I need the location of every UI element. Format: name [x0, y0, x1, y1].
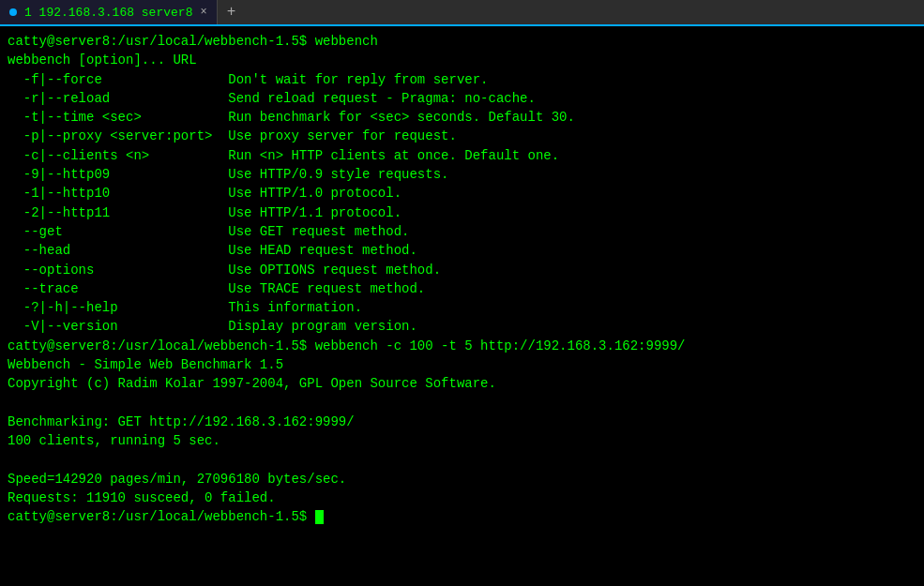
terminal-line: --trace Use TRACE request method.	[8, 279, 916, 298]
terminal-line: -c|--clients <n> Run <n> HTTP clients at…	[8, 146, 916, 165]
terminal-line: Copyright (c) Radim Kolar 1997-2004, GPL…	[8, 374, 916, 393]
terminal-line: catty@server8:/usr/local/webbench-1.5$	[8, 507, 916, 526]
terminal-line: -9|--http09 Use HTTP/0.9 style requests.	[8, 165, 916, 184]
tab-close-button[interactable]: ×	[200, 6, 206, 19]
terminal-line: -r|--reload Send reload request - Pragma…	[8, 89, 916, 108]
terminal-line: Benchmarking: GET http://192.168.3.162:9…	[8, 413, 916, 431]
terminal-line: --get Use GET request method.	[8, 222, 916, 241]
terminal-line: webbench [option]... URL	[8, 51, 916, 69]
terminal-line: -2|--http11 Use HTTP/1.1 protocol.	[8, 203, 916, 222]
terminal-line: 100 clients, running 5 sec.	[8, 431, 916, 450]
terminal-body[interactable]: catty@server8:/usr/local/webbench-1.5$ w…	[0, 26, 924, 586]
terminal-line	[8, 394, 916, 413]
terminal-line: -?|-h|--help This information.	[8, 298, 916, 317]
terminal-line	[8, 451, 916, 470]
terminal-line: -f|--force Don't wait for reply from ser…	[8, 70, 916, 89]
terminal-cursor	[315, 510, 324, 524]
terminal-line: Speed=142920 pages/min, 27096180 bytes/s…	[8, 470, 916, 488]
terminal-line: catty@server8:/usr/local/webbench-1.5$ w…	[8, 32, 916, 51]
tab-label: 1 192.168.3.168 server8	[24, 6, 192, 20]
terminal-line: -t|--time <sec> Run benchmark for <sec> …	[8, 108, 916, 127]
terminal-line: Webbench - Simple Web Benchmark 1.5	[8, 355, 916, 374]
tab-indicator	[9, 8, 17, 16]
terminal-line: -V|--version Display program version.	[8, 317, 916, 336]
terminal-line: -1|--http10 Use HTTP/1.0 protocol.	[8, 184, 916, 203]
active-tab[interactable]: 1 192.168.3.168 server8 ×	[0, 0, 218, 24]
new-tab-button[interactable]: +	[218, 0, 246, 24]
terminal-window: 1 192.168.3.168 server8 × + catty@server…	[0, 0, 924, 586]
terminal-line: --head Use HEAD request method.	[8, 241, 916, 260]
terminal-line: catty@server8:/usr/local/webbench-1.5$ w…	[8, 337, 916, 355]
terminal-line: --options Use OPTIONS request method.	[8, 261, 916, 279]
tab-bar: 1 192.168.3.168 server8 × +	[0, 0, 924, 26]
terminal-line: -p|--proxy <server:port> Use proxy serve…	[8, 127, 916, 145]
terminal-line: Requests: 11910 susceed, 0 failed.	[8, 488, 916, 507]
